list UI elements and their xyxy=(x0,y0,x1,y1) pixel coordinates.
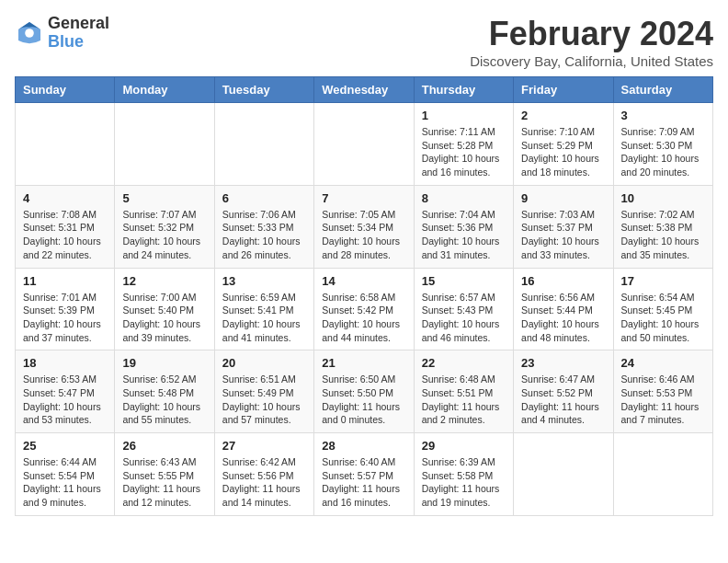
calendar-cell: 9Sunrise: 7:03 AM Sunset: 5:37 PM Daylig… xyxy=(514,185,613,268)
day-number: 27 xyxy=(222,439,306,453)
day-info: Sunrise: 7:02 AM Sunset: 5:38 PM Dayligh… xyxy=(621,208,705,262)
day-info: Sunrise: 7:08 AM Sunset: 5:31 PM Dayligh… xyxy=(23,208,107,262)
week-row-5: 25Sunrise: 6:44 AM Sunset: 5:54 PM Dayli… xyxy=(16,433,713,516)
day-number: 9 xyxy=(521,191,605,205)
day-info: Sunrise: 6:54 AM Sunset: 5:45 PM Dayligh… xyxy=(621,291,705,345)
calendar-cell: 24Sunrise: 6:46 AM Sunset: 5:53 PM Dayli… xyxy=(613,350,712,433)
day-info: Sunrise: 6:59 AM Sunset: 5:41 PM Dayligh… xyxy=(222,291,306,345)
day-number: 13 xyxy=(222,274,306,288)
column-header-thursday: Thursday xyxy=(414,77,513,103)
column-header-monday: Monday xyxy=(115,77,214,103)
calendar-cell: 8Sunrise: 7:04 AM Sunset: 5:36 PM Daylig… xyxy=(414,185,513,268)
calendar-cell: 22Sunrise: 6:48 AM Sunset: 5:51 PM Dayli… xyxy=(414,350,513,433)
calendar-cell: 12Sunrise: 7:00 AM Sunset: 5:40 PM Dayli… xyxy=(115,268,214,350)
day-info: Sunrise: 6:58 AM Sunset: 5:42 PM Dayligh… xyxy=(322,291,405,345)
logo-area: General Blue xyxy=(15,15,109,52)
week-row-3: 11Sunrise: 7:01 AM Sunset: 5:39 PM Dayli… xyxy=(16,268,713,350)
calendar-cell xyxy=(314,103,414,186)
week-row-2: 4Sunrise: 7:08 AM Sunset: 5:31 PM Daylig… xyxy=(16,185,713,268)
calendar-cell: 14Sunrise: 6:58 AM Sunset: 5:42 PM Dayli… xyxy=(314,268,414,350)
day-number: 19 xyxy=(122,356,206,370)
day-info: Sunrise: 6:48 AM Sunset: 5:51 PM Dayligh… xyxy=(422,373,506,427)
calendar-cell xyxy=(613,433,712,516)
column-header-sunday: Sunday xyxy=(16,77,115,103)
header-area: General Blue February 2024 Discovery Bay… xyxy=(15,15,713,69)
day-info: Sunrise: 6:56 AM Sunset: 5:44 PM Dayligh… xyxy=(521,291,605,345)
day-info: Sunrise: 6:46 AM Sunset: 5:53 PM Dayligh… xyxy=(621,373,705,427)
column-header-saturday: Saturday xyxy=(613,77,712,103)
day-info: Sunrise: 6:53 AM Sunset: 5:47 PM Dayligh… xyxy=(23,373,107,427)
day-number: 10 xyxy=(621,191,705,205)
calendar-cell: 15Sunrise: 6:57 AM Sunset: 5:43 PM Dayli… xyxy=(414,268,513,350)
week-row-4: 18Sunrise: 6:53 AM Sunset: 5:47 PM Dayli… xyxy=(16,350,713,433)
svg-point-0 xyxy=(25,29,34,38)
day-number: 7 xyxy=(322,191,405,205)
day-number: 11 xyxy=(23,274,107,288)
calendar-cell: 29Sunrise: 6:39 AM Sunset: 5:58 PM Dayli… xyxy=(414,433,513,516)
day-number: 2 xyxy=(521,109,605,122)
day-number: 21 xyxy=(322,356,405,370)
calendar-cell: 6Sunrise: 7:06 AM Sunset: 5:33 PM Daylig… xyxy=(214,185,313,268)
title-area: February 2024 Discovery Bay, California,… xyxy=(470,15,713,69)
day-number: 28 xyxy=(322,439,405,453)
day-number: 1 xyxy=(422,109,506,122)
week-row-1: 1Sunrise: 7:11 AM Sunset: 5:28 PM Daylig… xyxy=(16,103,713,186)
column-header-friday: Friday xyxy=(514,77,613,103)
day-number: 18 xyxy=(23,356,107,370)
day-number: 5 xyxy=(122,191,206,205)
calendar-cell: 20Sunrise: 6:51 AM Sunset: 5:49 PM Dayli… xyxy=(214,350,313,433)
day-number: 15 xyxy=(422,274,506,288)
calendar-cell: 16Sunrise: 6:56 AM Sunset: 5:44 PM Dayli… xyxy=(514,268,613,350)
day-info: Sunrise: 7:00 AM Sunset: 5:40 PM Dayligh… xyxy=(122,291,206,345)
calendar-cell: 10Sunrise: 7:02 AM Sunset: 5:38 PM Dayli… xyxy=(613,185,712,268)
day-info: Sunrise: 6:47 AM Sunset: 5:52 PM Dayligh… xyxy=(521,373,605,427)
day-number: 25 xyxy=(23,439,107,453)
calendar-cell: 27Sunrise: 6:42 AM Sunset: 5:56 PM Dayli… xyxy=(214,433,313,516)
calendar-cell: 25Sunrise: 6:44 AM Sunset: 5:54 PM Dayli… xyxy=(16,433,115,516)
column-header-tuesday: Tuesday xyxy=(214,77,313,103)
day-number: 14 xyxy=(322,274,405,288)
day-info: Sunrise: 7:03 AM Sunset: 5:37 PM Dayligh… xyxy=(521,208,605,262)
calendar-cell: 5Sunrise: 7:07 AM Sunset: 5:32 PM Daylig… xyxy=(115,185,214,268)
day-info: Sunrise: 7:09 AM Sunset: 5:30 PM Dayligh… xyxy=(621,125,705,179)
day-info: Sunrise: 6:44 AM Sunset: 5:54 PM Dayligh… xyxy=(23,455,107,510)
calendar-cell: 2Sunrise: 7:10 AM Sunset: 5:29 PM Daylig… xyxy=(514,103,613,186)
calendar-cell: 3Sunrise: 7:09 AM Sunset: 5:30 PM Daylig… xyxy=(613,103,712,186)
calendar-cell xyxy=(16,103,115,186)
day-info: Sunrise: 6:57 AM Sunset: 5:43 PM Dayligh… xyxy=(422,291,506,345)
day-info: Sunrise: 6:51 AM Sunset: 5:49 PM Dayligh… xyxy=(222,373,306,427)
calendar-cell: 18Sunrise: 6:53 AM Sunset: 5:47 PM Dayli… xyxy=(16,350,115,433)
calendar-cell: 4Sunrise: 7:08 AM Sunset: 5:31 PM Daylig… xyxy=(16,185,115,268)
day-info: Sunrise: 7:10 AM Sunset: 5:29 PM Dayligh… xyxy=(521,125,605,179)
day-number: 17 xyxy=(621,274,705,288)
day-info: Sunrise: 7:01 AM Sunset: 5:39 PM Dayligh… xyxy=(23,291,107,345)
calendar-cell xyxy=(115,103,214,186)
calendar-cell: 7Sunrise: 7:05 AM Sunset: 5:34 PM Daylig… xyxy=(314,185,414,268)
calendar-cell: 21Sunrise: 6:50 AM Sunset: 5:50 PM Dayli… xyxy=(314,350,414,433)
logo-text: General Blue xyxy=(48,15,109,52)
day-info: Sunrise: 7:04 AM Sunset: 5:36 PM Dayligh… xyxy=(422,208,506,262)
main-title: February 2024 xyxy=(470,15,713,53)
day-number: 23 xyxy=(521,356,605,370)
day-info: Sunrise: 6:39 AM Sunset: 5:58 PM Dayligh… xyxy=(422,455,506,510)
column-header-wednesday: Wednesday xyxy=(314,77,414,103)
calendar-cell: 28Sunrise: 6:40 AM Sunset: 5:57 PM Dayli… xyxy=(314,433,414,516)
day-info: Sunrise: 7:06 AM Sunset: 5:33 PM Dayligh… xyxy=(222,208,306,262)
day-info: Sunrise: 6:52 AM Sunset: 5:48 PM Dayligh… xyxy=(122,373,206,427)
day-number: 4 xyxy=(23,191,107,205)
calendar-cell: 13Sunrise: 6:59 AM Sunset: 5:41 PM Dayli… xyxy=(214,268,313,350)
logo-icon xyxy=(15,18,44,48)
day-info: Sunrise: 6:40 AM Sunset: 5:57 PM Dayligh… xyxy=(322,455,405,510)
day-number: 16 xyxy=(521,274,605,288)
calendar-cell: 17Sunrise: 6:54 AM Sunset: 5:45 PM Dayli… xyxy=(613,268,712,350)
day-info: Sunrise: 7:05 AM Sunset: 5:34 PM Dayligh… xyxy=(322,208,405,262)
day-number: 3 xyxy=(621,109,705,122)
day-number: 20 xyxy=(222,356,306,370)
day-number: 29 xyxy=(422,439,506,453)
day-info: Sunrise: 7:07 AM Sunset: 5:32 PM Dayligh… xyxy=(122,208,206,262)
day-number: 26 xyxy=(122,439,206,453)
calendar-cell xyxy=(514,433,613,516)
logo-blue: Blue xyxy=(48,33,109,52)
calendar-cell: 19Sunrise: 6:52 AM Sunset: 5:48 PM Dayli… xyxy=(115,350,214,433)
day-number: 6 xyxy=(222,191,306,205)
